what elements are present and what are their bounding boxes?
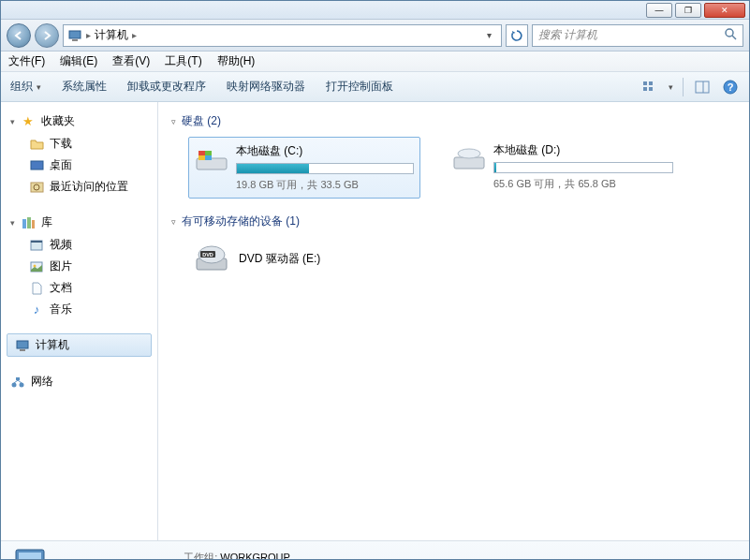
sidebar-network[interactable]: 网络 [1, 370, 157, 393]
drive-d-name: 本地磁盘 (D:) [493, 142, 673, 158]
svg-point-2 [726, 29, 733, 37]
section-hdd-label: 硬盘 (2) [182, 113, 221, 129]
sidebar-recent[interactable]: 最近访问的位置 [1, 176, 157, 198]
sidebar-item-label: 网络 [31, 374, 53, 390]
hdd-icon [452, 142, 486, 174]
menu-help[interactable]: 帮助(H) [217, 53, 256, 69]
drive-d[interactable]: 本地磁盘 (D:) 65.6 GB 可用，共 65.8 GB [447, 137, 679, 199]
svg-rect-17 [32, 220, 35, 228]
svg-rect-6 [643, 87, 647, 91]
svg-point-25 [20, 382, 24, 387]
breadcrumb-computer[interactable]: 计算机 [95, 27, 128, 43]
toolbar-properties[interactable]: 系统属性 [62, 79, 107, 95]
sidebar-item-label: 音乐 [50, 302, 72, 317]
breadcrumb-sep: ▸ [86, 30, 91, 40]
svg-rect-12 [31, 161, 43, 169]
sidebar-item-label: 库 [41, 214, 52, 230]
svg-rect-7 [649, 87, 653, 91]
sidebar-libraries[interactable]: ▾ 库 [1, 211, 157, 234]
dvd-icon: DVD [194, 243, 228, 274]
sidebar-documents[interactable]: 文档 [1, 277, 157, 299]
section-hdd[interactable]: ▿ 硬盘 (2) [171, 113, 736, 129]
svg-line-27 [14, 380, 18, 383]
svg-rect-23 [20, 349, 25, 351]
search-placeholder: 搜索 计算机 [538, 27, 597, 43]
search-input[interactable]: 搜索 计算机 [532, 24, 743, 47]
drive-c-name: 本地磁盘 (C:) [236, 143, 414, 159]
section-removable[interactable]: ▿ 有可移动存储的设备 (1) [171, 214, 736, 229]
breadcrumb-sep2[interactable]: ▸ [132, 30, 137, 40]
address-dropdown[interactable]: ▾ [480, 30, 497, 40]
help-icon: ? [723, 80, 738, 95]
menu-view[interactable]: 查看(V) [112, 53, 150, 69]
close-button[interactable]: ✕ [704, 3, 745, 18]
drive-d-text: 65.6 GB 可用，共 65.8 GB [493, 177, 673, 191]
computer-icon [15, 338, 30, 353]
sidebar-desktop[interactable]: 桌面 [1, 155, 157, 176]
video-icon [29, 238, 44, 253]
preview-pane-button[interactable] [693, 78, 712, 96]
toolbar-control-panel[interactable]: 打开控制面板 [326, 79, 393, 95]
sidebar-item-label: 下载 [50, 136, 72, 152]
drive-d-bar [493, 162, 673, 173]
menu-edit[interactable]: 编辑(E) [60, 53, 97, 69]
details-workgroup-label: 工作组: [184, 552, 217, 560]
svg-rect-1 [72, 39, 78, 41]
sidebar-videos[interactable]: 视频 [1, 234, 157, 256]
svg-point-35 [458, 149, 480, 158]
svg-rect-15 [22, 219, 26, 228]
menu-tools[interactable]: 工具(T) [165, 53, 201, 69]
desktop-icon [29, 158, 44, 173]
toolbar-map-drive[interactable]: 映射网络驱动器 [227, 79, 305, 95]
drive-c-bar [236, 163, 414, 174]
help-button[interactable]: ? [721, 78, 740, 96]
music-icon: ♪ [29, 302, 44, 317]
sidebar-music[interactable]: ♪ 音乐 [1, 299, 157, 320]
sidebar-downloads[interactable]: 下载 [1, 133, 157, 155]
sidebar-pictures[interactable]: 图片 [1, 256, 157, 277]
drive-dvd[interactable]: DVD DVD 驱动器 (E:) [188, 237, 736, 280]
svg-rect-4 [643, 81, 647, 85]
svg-rect-42 [19, 553, 41, 561]
toolbar-organize[interactable]: 组织 ▾ [10, 79, 41, 95]
forward-button[interactable] [35, 23, 59, 48]
svg-rect-0 [69, 31, 81, 38]
svg-rect-19 [31, 241, 42, 243]
refresh-button[interactable] [506, 24, 528, 47]
details-pane: AUTOBVT-VBJ8NQ8 工作组: WORKGROUP 处理器: Inte… [1, 540, 749, 560]
svg-rect-33 [199, 155, 205, 160]
computer-icon [67, 28, 82, 43]
back-button[interactable] [7, 23, 31, 48]
libraries-icon [21, 215, 36, 230]
toolbar-uninstall[interactable]: 卸载或更改程序 [127, 79, 206, 95]
sidebar-computer[interactable]: 计算机 [7, 333, 152, 357]
refresh-icon [510, 29, 523, 42]
preview-icon [695, 81, 710, 94]
view-mode-button[interactable] [640, 78, 659, 96]
sidebar-favorites[interactable]: ▾ ★ 收藏夹 [1, 110, 157, 133]
maximize-button[interactable]: ❐ [675, 3, 701, 18]
minimize-button[interactable]: — [646, 3, 672, 18]
sidebar-item-label: 桌面 [50, 157, 72, 173]
sidebar: ▾ ★ 收藏夹 下载 桌面 最近访问的位置 ▾ 库 [1, 102, 158, 540]
details-workgroup: WORKGROUP [220, 552, 290, 560]
chevron-down-icon: ▾ [10, 117, 15, 126]
svg-point-24 [12, 382, 17, 387]
main-panel: ▿ 硬盘 (2) 本地磁盘 (C:) 19.8 GB 可用，共 33.5 GB [158, 102, 749, 540]
drive-c[interactable]: 本地磁盘 (C:) 19.8 GB 可用，共 33.5 GB [188, 137, 420, 199]
address-bar[interactable]: ▸ 计算机 ▸ ▾ [63, 24, 502, 47]
svg-rect-26 [16, 377, 20, 380]
network-icon [10, 375, 25, 390]
arrow-left-icon [13, 30, 24, 41]
svg-line-28 [18, 380, 22, 383]
view-icon [642, 81, 657, 94]
svg-rect-32 [205, 151, 212, 155]
view-dropdown[interactable]: ▾ [669, 82, 673, 92]
toolbar-divider [683, 78, 684, 96]
computer-large-icon [10, 545, 55, 561]
svg-text:DVD: DVD [202, 252, 213, 258]
star-icon: ★ [21, 114, 36, 129]
menu-file[interactable]: 文件(F) [8, 53, 45, 69]
recent-icon [29, 180, 44, 195]
toolbar: 组织 ▾ 系统属性 卸载或更改程序 映射网络驱动器 打开控制面板 ▾ ? [1, 72, 749, 102]
